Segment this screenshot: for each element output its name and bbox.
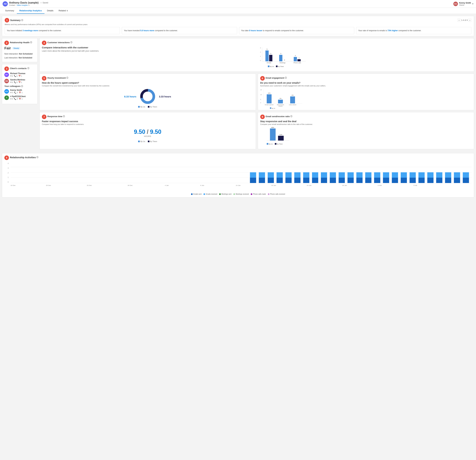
svg-text:5: 5 xyxy=(267,48,267,50)
prev-page-button[interactable]: ‹ xyxy=(458,19,460,22)
email-engagement-card: 6 Email engagement ⓘ Do you need to work… xyxy=(258,74,474,110)
client-name-0: Richard Thomas xyxy=(10,72,26,75)
charts-grid-2: 7 Response time ⓘ Faster responses impac… xyxy=(40,112,474,149)
legend-meetings-sent-dot xyxy=(219,193,221,195)
svg-rect-47 xyxy=(275,143,276,145)
hours-them: 3.33 hours xyxy=(159,95,171,98)
colleagues-info-icon[interactable]: ⓘ xyxy=(21,85,23,87)
svg-text:10%: 10% xyxy=(268,92,270,94)
svg-rect-83 xyxy=(383,178,389,183)
user-avatar: KS xyxy=(453,2,458,6)
svg-rect-78 xyxy=(356,172,362,178)
svg-rect-54 xyxy=(250,172,256,178)
clients-info-icon[interactable]: ⓘ xyxy=(27,67,29,70)
meeting-icon: 📅 xyxy=(18,81,21,83)
hourly-info-icon[interactable]: ⓘ xyxy=(66,77,68,79)
svg-rect-80 xyxy=(365,172,371,178)
step-badge-6: 6 xyxy=(260,76,265,81)
summary-subtitle: Metrics and key performance indicators (… xyxy=(5,24,471,26)
svg-text:4 Jan: 4 Jan xyxy=(165,184,169,186)
header-right: KS Kenny Smith Owner ▾ xyxy=(453,2,473,6)
svg-rect-62 xyxy=(285,172,292,178)
svg-text:Emails: Emails xyxy=(267,62,271,64)
legend-calls-made-label: Phone calls made xyxy=(253,193,266,195)
contact-name: Anthony Davis (sample) xyxy=(9,1,39,4)
svg-text:40%: 40% xyxy=(271,127,274,128)
svg-text:By Them: By Them xyxy=(278,66,284,67)
email-eng-description: Summarize your customers' email engageme… xyxy=(260,85,472,87)
svg-rect-53 xyxy=(250,178,256,183)
email-eng-heading: Do you need to work on your emails? xyxy=(260,82,472,84)
svg-text:2: 2 xyxy=(260,55,261,57)
legend-emails-sent-label: Emails sent xyxy=(193,193,202,195)
send-recv-info-icon[interactable]: ⓘ xyxy=(290,115,292,118)
svg-rect-79 xyxy=(365,178,371,183)
interactions-info-icon[interactable]: ⓘ xyxy=(70,41,72,44)
svg-rect-70 xyxy=(321,172,327,178)
email-eng-info-icon[interactable]: ⓘ xyxy=(285,77,287,79)
interactions-chart-area: 6 4 2 0 5 xyxy=(258,46,472,69)
step-badge-1: 1 xyxy=(5,18,9,23)
legend-emails-sent-dot xyxy=(191,193,193,195)
svg-rect-66 xyxy=(303,172,309,178)
svg-rect-42 xyxy=(278,136,284,141)
svg-text:viewed: viewed xyxy=(278,105,282,107)
svg-rect-98 xyxy=(445,172,451,178)
activities-info-icon[interactable]: ⓘ xyxy=(36,156,38,159)
legend-meetings-sent: Meetings sent xyxy=(219,193,231,195)
svg-rect-102 xyxy=(463,172,469,178)
tab-details[interactable]: Details xyxy=(44,8,56,14)
tab-related[interactable]: Related ∨ xyxy=(56,8,70,14)
svg-text:15: 15 xyxy=(260,89,262,91)
response-info-icon[interactable]: ⓘ xyxy=(63,115,65,118)
user-name: Kenny Smith xyxy=(459,2,471,4)
svg-rect-75 xyxy=(348,178,354,183)
two-col-layout: 2 Relationship Health ⓘ Fair Steady Next… xyxy=(2,38,474,151)
svg-text:11%: 11% xyxy=(279,134,282,135)
summary-card-1: You have invested 5.0 hours more compare… xyxy=(122,27,237,34)
summary-header: 1 Summary ⓘ ‹ 1-4 of 4 › xyxy=(5,18,471,23)
legend-calls-received: Phone calls received xyxy=(268,193,285,195)
summary-info-icon[interactable]: ⓘ xyxy=(21,19,23,22)
tab-summary[interactable]: Summary xyxy=(3,8,17,14)
header-chevron-icon[interactable]: ▾ xyxy=(472,3,473,5)
main-content: 1 Summary ⓘ ‹ 1-4 of 4 › Metrics and key… xyxy=(0,14,476,201)
hourly-investment-card: 5 Hourly investment ⓘ How do the hours s… xyxy=(40,74,256,110)
user-role: Owner xyxy=(459,4,471,6)
tab-relationship-analytics[interactable]: Relationship Analytics xyxy=(17,8,44,14)
bar-phones-them xyxy=(298,59,301,61)
svg-text:Meetings: Meetings xyxy=(280,62,285,64)
donut-chart xyxy=(140,88,156,104)
svg-text:5: 5 xyxy=(260,99,261,100)
app-link[interactable]: Sales Insights xyxy=(17,4,28,6)
colleague-name-0: Kenny Smith xyxy=(10,89,23,91)
health-info-icon[interactable]: ⓘ xyxy=(30,41,32,44)
svg-text:By Them: By Them xyxy=(277,143,283,145)
email-send-receive-card: 8 Email send/receive ratio ⓘ Stay respon… xyxy=(258,112,474,149)
svg-text:8%: 8% xyxy=(292,95,294,96)
clients-title: Client's contacts ⓘ xyxy=(10,67,29,70)
svg-rect-89 xyxy=(409,178,416,183)
step-badge-2: 2 xyxy=(4,41,9,45)
svg-rect-96 xyxy=(436,172,442,178)
charts-grid-1: 5 Hourly investment ⓘ How do the hours s… xyxy=(40,74,474,110)
svg-rect-74 xyxy=(339,172,345,178)
svg-rect-77 xyxy=(356,178,362,183)
step-badge-3: 3 xyxy=(4,67,9,71)
svg-rect-101 xyxy=(463,178,469,183)
summary-title: Summary ⓘ xyxy=(10,19,23,22)
activities-chart-wrapper: 4 3 2 1 0 xyxy=(4,162,472,188)
svg-rect-91 xyxy=(418,178,425,183)
colleagues-title: Your colleagues ⓘ xyxy=(4,85,35,88)
contact-info: Anthony Davis (sample) — Saved Contact ·… xyxy=(9,1,48,6)
colleague-name-1: # PpdfCDSClient xyxy=(10,95,26,98)
next-page-button[interactable]: › xyxy=(468,19,471,22)
activities-svg: 16 Dec 20 Dec 25 Dec 30 Dec 4 Jan 9 Jan … xyxy=(10,162,472,188)
hourly-description: Compare the overall time investment by y… xyxy=(42,85,254,87)
client-info-0: Richard Thomas ✉ 3 📞 5 📅 1 xyxy=(10,72,26,77)
response-description: Compare how long you take to respond to … xyxy=(42,123,254,125)
svg-rect-87 xyxy=(401,178,407,183)
colleague-0: KS Kenny Smith ✉ 3 📞 5 📅 1 xyxy=(4,89,35,94)
user-info: Kenny Smith Owner xyxy=(459,2,471,6)
steady-badge: Steady xyxy=(12,47,20,50)
